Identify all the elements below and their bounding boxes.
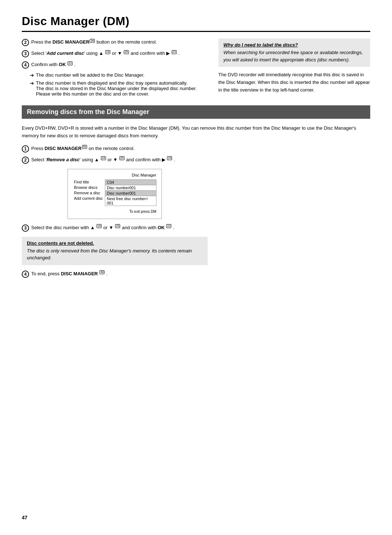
remove-step-4: 4 To end, press DISC MANAGER 36 . <box>22 270 208 278</box>
disc-contents-caution: Disc contents are not deleted. The disc … <box>22 237 208 265</box>
caution-text: The disc is only removed from the Disc M… <box>27 247 203 262</box>
screen-value-browse-discs: Disc number001 <box>105 185 156 190</box>
screen-value-remove-disc: Disc number001 <box>105 190 156 196</box>
remove-step-number-1: 1 <box>22 145 29 153</box>
top-left-column: 2 Press the DISC MANAGER36 button on the… <box>22 38 208 99</box>
step-number-4: 4 <box>22 61 29 69</box>
step-4-content: Confirm with OK 22 . <box>31 61 208 68</box>
remove-step-number-4: 4 <box>22 271 29 278</box>
step-number-2: 2 <box>22 39 29 46</box>
page-number: 47 <box>22 515 28 520</box>
step-3: 3 Select 'Add current disc' using ▲ 19 o… <box>22 50 208 57</box>
step-2-content: Press the DISC MANAGER36 button on the r… <box>31 38 208 46</box>
page-title: Disc Manager (DM) <box>22 15 370 28</box>
right-body-text: The DVD recorder will immediately recogn… <box>219 71 371 94</box>
removing-intro: Every DVD+RW, DVD+R is stored with a num… <box>22 125 370 140</box>
screen-value-add-current: Next free disc number= 001 <box>105 196 156 206</box>
screen-table: Find title C04 Browse discs Disc number0… <box>73 179 156 206</box>
screen-label-remove-disc: Remove a disc <box>73 190 105 196</box>
remove-step-2: 2 Select 'Remove a disc' using ▲ 19 or ▼… <box>22 156 208 164</box>
screen-value-find-title: C04 <box>105 179 156 185</box>
removing-section-header: Removing discs from the Disc Manager <box>22 105 370 119</box>
screen-row-add-current: Add current disc Next free disc number= … <box>73 196 156 206</box>
step-4: 4 Confirm with OK 22 . <box>22 61 208 69</box>
arrow-icon-1: ➔ <box>30 72 34 78</box>
removing-two-column: 1 Press DISC MANAGER36 on the remote con… <box>22 145 370 281</box>
screen-row-browse-discs: Browse discs Disc number001 <box>73 185 156 190</box>
caution-title: Disc contents are not deleted. <box>27 240 203 246</box>
remove-step-number-2: 2 <box>22 157 29 164</box>
remove-step-1: 1 Press DISC MANAGER36 on the remote con… <box>22 145 208 153</box>
arrow-item-2: ➔ The disc number is then displayed and … <box>30 80 208 97</box>
note-text: When searching for unrecorded free space… <box>224 49 366 63</box>
arrow-text-1: The disc number will be added to the Dis… <box>36 72 144 78</box>
screen-footer: To exit press DM <box>73 210 156 214</box>
remove-step-3: 3 Select the disc number with ▲ 19 or ▼ … <box>22 224 208 232</box>
screen-label-add-current: Add current disc <box>73 196 105 206</box>
remove-step-4-content: To end, press DISC MANAGER 36 . <box>31 270 208 277</box>
note-title: Why do I need to label the discs? <box>224 42 366 48</box>
screen-label-browse-discs: Browse discs <box>73 185 105 190</box>
remove-step-number-3: 3 <box>22 224 29 232</box>
step-2: 2 Press the DISC MANAGER36 button on the… <box>22 38 208 46</box>
arrow-text-2: The disc number is then displayed and th… <box>36 80 197 97</box>
removing-left-column: 1 Press DISC MANAGER36 on the remote con… <box>22 145 208 281</box>
arrow-icon-2: ➔ <box>30 80 34 86</box>
screen-label-find-title: Find title <box>73 179 105 185</box>
remove-step-1-content: Press DISC MANAGER36 on the remote contr… <box>31 145 208 152</box>
disc-manager-screen: Disc Manager Find title C04 Browse discs… <box>68 169 162 219</box>
why-label-note: Why do I need to label the discs? When s… <box>219 38 371 67</box>
screen-row-find-title: Find title C04 <box>73 179 156 185</box>
top-two-column: 2 Press the DISC MANAGER36 button on the… <box>22 38 370 99</box>
screen-row-remove-disc: Remove a disc Disc number001 <box>73 190 156 196</box>
screen-title: Disc Manager <box>73 173 156 177</box>
step-3-content: Select 'Add current disc' using ▲ 19 or … <box>31 50 208 57</box>
title-divider <box>22 31 370 32</box>
remove-step-3-content: Select the disc number with ▲ 19 or ▼ 25… <box>31 224 208 231</box>
step-number-3: 3 <box>22 50 29 57</box>
remove-step-2-content: Select 'Remove a disc' using ▲ 19 or ▼ 2… <box>31 156 208 163</box>
removing-right-column <box>219 145 371 281</box>
arrow-item-1: ➔ The disc number will be added to the D… <box>30 72 208 78</box>
top-right-column: Why do I need to label the discs? When s… <box>219 38 371 99</box>
